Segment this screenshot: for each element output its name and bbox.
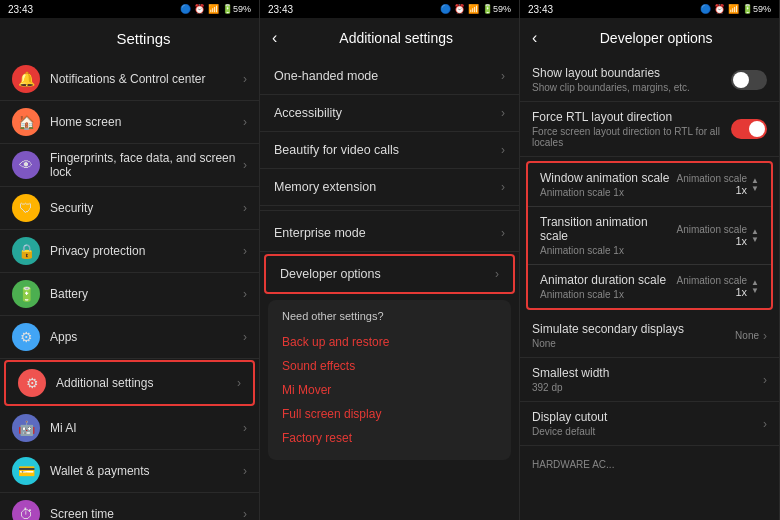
chevron-icon: › bbox=[243, 464, 247, 478]
animation-scale-group: Window animation scale Animation scale 1… bbox=[526, 161, 773, 310]
dev-display-cutout[interactable]: Display cutout Device default › bbox=[520, 402, 779, 446]
menu-developer[interactable]: Developer options › bbox=[264, 254, 515, 294]
chevron-icon: › bbox=[243, 158, 247, 172]
settings-list: 🔔 Notifications & Control center › 🏠 Hom… bbox=[0, 58, 259, 520]
additional-list: One-handed mode › Accessibility › Beauti… bbox=[260, 58, 519, 520]
menu-memory[interactable]: Memory extension › bbox=[260, 169, 519, 206]
settings-title: Settings bbox=[40, 30, 247, 47]
link-mimover[interactable]: Mi Mover bbox=[282, 378, 497, 402]
chevron-icon: › bbox=[501, 69, 505, 83]
stepper-animator[interactable]: ▲▼ bbox=[751, 279, 759, 295]
chevron-icon: › bbox=[243, 330, 247, 344]
notif-icon: 🔔 bbox=[12, 65, 40, 93]
hardware-section-label: HARDWARE AC... bbox=[520, 446, 779, 480]
card-title: Need other settings? bbox=[282, 310, 497, 322]
link-sound[interactable]: Sound effects bbox=[282, 354, 497, 378]
additional-title: Additional settings bbox=[285, 30, 507, 46]
developer-title: Developer options bbox=[545, 30, 767, 46]
stepper-transition[interactable]: ▲▼ bbox=[751, 228, 759, 244]
additional-icon: ⚙ bbox=[18, 369, 46, 397]
toggle-force-rtl[interactable] bbox=[731, 119, 767, 139]
link-fullscreen[interactable]: Full screen display bbox=[282, 402, 497, 426]
quick-links-card: Need other settings? Back up and restore… bbox=[268, 300, 511, 460]
security-icon: 🛡 bbox=[12, 194, 40, 222]
dev-force-rtl[interactable]: Force RTL layout direction Force screen … bbox=[520, 102, 779, 157]
chevron-icon: › bbox=[763, 417, 767, 431]
chevron-icon: › bbox=[243, 201, 247, 215]
home-icon: 🏠 bbox=[12, 108, 40, 136]
settings-item-security[interactable]: 🛡 Security › bbox=[0, 187, 259, 230]
settings-header: Settings bbox=[0, 18, 259, 58]
settings-item-battery[interactable]: 🔋 Battery › bbox=[0, 273, 259, 316]
panel-settings: 23:43 🔵 ⏰ 📶 🔋59% Settings 🔔 Notification… bbox=[0, 0, 260, 520]
settings-item-fingerprint[interactable]: 👁 Fingerprints, face data, and screen lo… bbox=[0, 144, 259, 187]
chevron-icon: › bbox=[501, 226, 505, 240]
wallet-icon: 💳 bbox=[12, 457, 40, 485]
settings-item-wallet[interactable]: 💳 Wallet & payments › bbox=[0, 450, 259, 493]
settings-item-privacy[interactable]: 🔒 Privacy protection › bbox=[0, 230, 259, 273]
chevron-icon: › bbox=[501, 180, 505, 194]
privacy-icon: 🔒 bbox=[12, 237, 40, 265]
chevron-icon: › bbox=[501, 106, 505, 120]
settings-item-miai[interactable]: 🤖 Mi AI › bbox=[0, 407, 259, 450]
chevron-icon: › bbox=[243, 507, 247, 520]
divider bbox=[260, 210, 519, 211]
time-1: 23:43 bbox=[8, 4, 33, 15]
dev-animator-dur[interactable]: Animator duration scale Animation scale … bbox=[528, 265, 771, 308]
battery-icon: 🔋 bbox=[12, 280, 40, 308]
menu-beautify[interactable]: Beautify for video calls › bbox=[260, 132, 519, 169]
miai-icon: 🤖 bbox=[12, 414, 40, 442]
settings-item-home[interactable]: 🏠 Home screen › bbox=[0, 101, 259, 144]
chevron-icon: › bbox=[243, 115, 247, 129]
additional-header: ‹ Additional settings bbox=[260, 18, 519, 58]
finger-icon: 👁 bbox=[12, 151, 40, 179]
time-2: 23:43 bbox=[268, 4, 293, 15]
apps-icon: ⚙ bbox=[12, 323, 40, 351]
chevron-icon: › bbox=[495, 267, 499, 281]
settings-item-screen[interactable]: ⏱ Screen time › bbox=[0, 493, 259, 520]
developer-list: Show layout boundaries Show clip boundar… bbox=[520, 58, 779, 520]
status-bar-2: 23:43 🔵 ⏰ 📶 🔋59% bbox=[260, 0, 519, 18]
chevron-icon: › bbox=[501, 143, 505, 157]
status-icons-3: 🔵 ⏰ 📶 🔋59% bbox=[700, 4, 771, 14]
status-bar-3: 23:43 🔵 ⏰ 📶 🔋59% bbox=[520, 0, 779, 18]
developer-header: ‹ Developer options bbox=[520, 18, 779, 58]
chevron-icon: › bbox=[763, 329, 767, 343]
panel-developer: 23:43 🔵 ⏰ 📶 🔋59% ‹ Developer options Sho… bbox=[520, 0, 780, 520]
settings-item-notifications[interactable]: 🔔 Notifications & Control center › bbox=[0, 58, 259, 101]
chevron-icon: › bbox=[243, 287, 247, 301]
dev-show-layout[interactable]: Show layout boundaries Show clip boundar… bbox=[520, 58, 779, 102]
chevron-icon: › bbox=[243, 244, 247, 258]
chevron-icon: › bbox=[243, 421, 247, 435]
screen-icon: ⏱ bbox=[12, 500, 40, 520]
dev-window-anim[interactable]: Window animation scale Animation scale 1… bbox=[528, 163, 771, 207]
link-factory[interactable]: Factory reset bbox=[282, 426, 497, 450]
chevron-icon: › bbox=[237, 376, 241, 390]
dev-transition-anim[interactable]: Transition animation scale Animation sca… bbox=[528, 207, 771, 265]
panel-additional: 23:43 🔵 ⏰ 📶 🔋59% ‹ Additional settings O… bbox=[260, 0, 520, 520]
menu-onehand[interactable]: One-handed mode › bbox=[260, 58, 519, 95]
back-button-dev[interactable]: ‹ bbox=[532, 29, 537, 47]
time-3: 23:43 bbox=[528, 4, 553, 15]
status-bar-1: 23:43 🔵 ⏰ 📶 🔋59% bbox=[0, 0, 259, 18]
dev-simulate[interactable]: Simulate secondary displays None None › bbox=[520, 314, 779, 358]
chevron-icon: › bbox=[763, 373, 767, 387]
menu-access[interactable]: Accessibility › bbox=[260, 95, 519, 132]
settings-item-additional[interactable]: ⚙ Additional settings › bbox=[4, 360, 255, 406]
chevron-icon: › bbox=[243, 72, 247, 86]
stepper-window[interactable]: ▲▼ bbox=[751, 177, 759, 193]
menu-enterprise[interactable]: Enterprise mode › bbox=[260, 215, 519, 252]
back-button[interactable]: ‹ bbox=[272, 29, 277, 47]
status-icons-1: 🔵 ⏰ 📶 🔋59% bbox=[180, 4, 251, 14]
status-icons-2: 🔵 ⏰ 📶 🔋59% bbox=[440, 4, 511, 14]
link-backup[interactable]: Back up and restore bbox=[282, 330, 497, 354]
settings-item-apps[interactable]: ⚙ Apps › bbox=[0, 316, 259, 359]
toggle-show-layout[interactable] bbox=[731, 70, 767, 90]
dev-smallest-width[interactable]: Smallest width 392 dp › bbox=[520, 358, 779, 402]
